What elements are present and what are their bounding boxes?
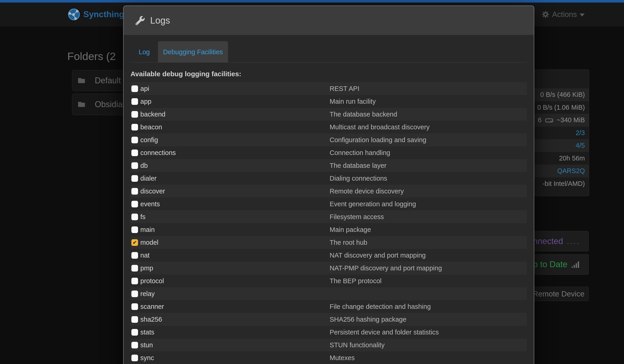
facility-row: protocolThe BEP protocol (130, 275, 527, 287)
facility-description: REST API (330, 85, 359, 93)
facility-row: discoverRemote device discovery (130, 185, 527, 198)
add-remote-device-label: d Remote Device (526, 290, 584, 298)
tab-debugging-facilities[interactable]: Debugging Facilities (158, 41, 228, 62)
signal-bars-icon (572, 261, 580, 268)
folder-icon (77, 101, 86, 108)
facility-checkbox[interactable] (131, 226, 138, 233)
facility-row: dbThe database layer (130, 159, 527, 172)
facility-description: Filesystem access (330, 213, 384, 221)
wrench-icon (135, 16, 145, 25)
facility-checkbox[interactable] (131, 188, 138, 195)
facility-name[interactable]: app (140, 98, 151, 105)
facility-name[interactable]: beacon (140, 123, 162, 131)
folder-label: Obsidian (95, 100, 127, 109)
facility-description: Remote device discovery (330, 187, 404, 195)
facility-name[interactable]: dialer (140, 175, 156, 182)
facility-name[interactable]: stats (140, 329, 154, 336)
facility-row: sha256SHA256 hashing package (130, 313, 527, 326)
facility-checkbox[interactable]: ✔ (131, 239, 138, 246)
facility-row: statsPersistent device and folder statis… (130, 326, 527, 338)
facility-name[interactable]: main (140, 226, 155, 234)
facility-description: SHA256 hashing package (330, 316, 406, 323)
folders-heading: Folders (2 (67, 50, 116, 62)
facility-checkbox[interactable] (131, 124, 138, 130)
facility-description: Mutexes (330, 354, 355, 362)
logs-modal: Logs Log Debugging Facilities Available … (123, 5, 534, 364)
facility-checkbox[interactable] (131, 214, 138, 220)
facility-checkbox[interactable] (131, 98, 138, 105)
facility-name[interactable]: backend (140, 111, 165, 118)
facility-row: eventsEvent generation and logging (130, 198, 527, 210)
device-info-value: 0 B/s (466 KiB) (540, 91, 585, 99)
syncthing-logo-icon (68, 8, 80, 21)
facility-description: Event generation and logging (330, 200, 416, 208)
device-info-value: 0 B/s (1.06 MiB) (537, 104, 585, 111)
facility-description: NAT discovery and port mapping (330, 252, 426, 259)
facility-checkbox[interactable] (131, 201, 138, 208)
facility-description: STUN functionality (330, 341, 385, 349)
facility-description: Persistent device and folder statistics (330, 329, 439, 336)
facility-name[interactable]: model (140, 239, 158, 246)
facility-name[interactable]: relay (140, 290, 155, 298)
facility-checkbox[interactable] (131, 265, 138, 271)
facility-row: ✔modelThe root hub (130, 236, 527, 249)
device-info-link[interactable]: 2/3 (576, 129, 585, 137)
caret-down-icon (580, 14, 585, 17)
device-info-link[interactable]: QARS2Q (557, 167, 585, 175)
facility-name[interactable]: discover (140, 187, 165, 195)
logs-modal-header: Logs (124, 6, 534, 35)
facility-checkbox[interactable] (131, 150, 138, 156)
facility-description: Configuration loading and saving (330, 136, 426, 144)
actions-menu-button[interactable]: Actions (542, 3, 585, 26)
facility-name[interactable]: scanner (140, 303, 164, 311)
ellipsis-icon: .... (567, 236, 580, 246)
facility-name[interactable]: stun (140, 341, 153, 349)
facility-checkbox[interactable] (131, 303, 138, 310)
brand-link[interactable]: Syncthing (68, 3, 124, 26)
actions-label: Actions (552, 10, 577, 19)
facility-checkbox[interactable] (131, 329, 138, 336)
facility-checkbox[interactable] (131, 252, 138, 259)
facility-name[interactable]: nat (140, 252, 150, 259)
facility-checkbox[interactable] (131, 85, 138, 92)
facility-checkbox[interactable] (131, 111, 138, 118)
facility-checkbox[interactable] (131, 137, 138, 143)
device-info-link[interactable]: 4/5 (576, 142, 585, 149)
facility-name[interactable]: api (140, 85, 149, 93)
facility-checkbox[interactable] (131, 175, 138, 182)
facility-name[interactable]: events (140, 200, 160, 208)
facility-name[interactable]: db (140, 162, 148, 169)
facility-name[interactable]: pmp (140, 264, 153, 272)
facility-name[interactable]: config (140, 136, 158, 144)
facility-checkbox[interactable] (131, 355, 138, 361)
facilities-heading: Available debug logging facilities: (130, 70, 527, 78)
facility-row: pmpNAT-PMP discovery and port mapping (130, 262, 527, 275)
facility-description: Main run facility (330, 98, 376, 105)
facility-name[interactable]: sha256 (140, 316, 162, 323)
facility-description: The root hub (330, 239, 367, 246)
facility-name[interactable]: protocol (140, 277, 164, 285)
up-to-date-status-text: p to Date (533, 260, 568, 269)
facility-checkbox[interactable] (131, 162, 138, 169)
facility-name[interactable]: connections (140, 149, 176, 156)
facility-row: configConfiguration loading and saving (130, 133, 527, 146)
facility-checkbox[interactable] (131, 290, 138, 297)
facility-description: Main package (330, 226, 371, 234)
facility-checkbox[interactable] (131, 342, 138, 348)
facility-checkbox[interactable] (131, 278, 138, 284)
facility-name[interactable]: fs (140, 213, 146, 221)
tab-log[interactable]: Log (134, 41, 155, 62)
logs-modal-body: Log Debugging Facilities Available debug… (124, 41, 534, 364)
facility-checkbox[interactable] (131, 316, 138, 323)
modal-title: Logs (150, 15, 170, 26)
facility-row: beaconMulticast and broadcast discovery (130, 121, 527, 133)
gear-icon (542, 11, 549, 18)
facility-name[interactable]: sync (140, 354, 154, 362)
facility-description: The BEP protocol (330, 277, 382, 285)
facility-row: dialerDialing connections (130, 172, 527, 185)
facility-row: backendThe database backend (130, 108, 527, 121)
device-info-value: ~340 MiB (557, 116, 585, 124)
facility-description: File change detection and hashing (330, 303, 431, 311)
device-info-value: 20h 56m (559, 155, 585, 162)
facility-description: Dialing connections (330, 175, 387, 182)
